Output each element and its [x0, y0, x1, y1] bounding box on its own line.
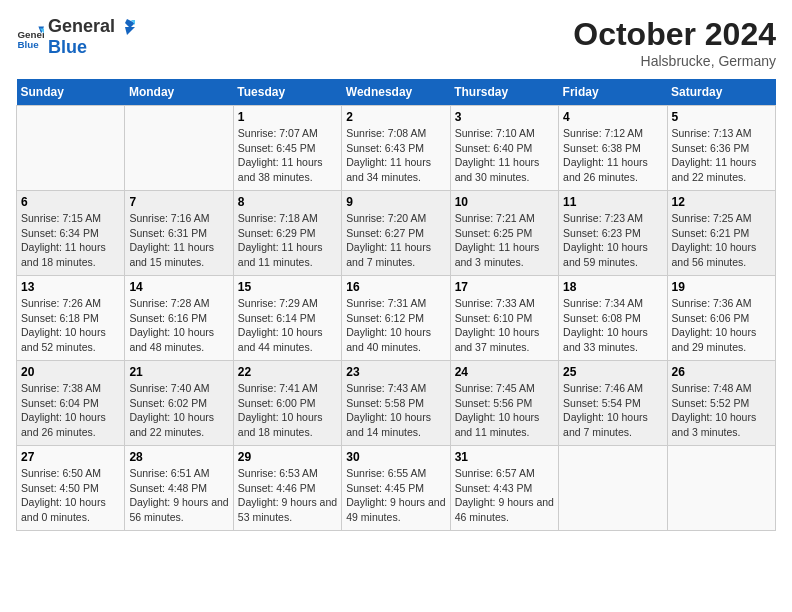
- day-detail: Sunrise: 7:33 AM Sunset: 6:10 PM Dayligh…: [455, 296, 554, 355]
- day-detail: Sunrise: 7:13 AM Sunset: 6:36 PM Dayligh…: [672, 126, 771, 185]
- day-number: 26: [672, 365, 771, 379]
- logo-blue-text: Blue: [48, 37, 87, 57]
- day-detail: Sunrise: 6:50 AM Sunset: 4:50 PM Dayligh…: [21, 466, 120, 525]
- day-number: 8: [238, 195, 337, 209]
- calendar-cell: 5Sunrise: 7:13 AM Sunset: 6:36 PM Daylig…: [667, 106, 775, 191]
- day-number: 4: [563, 110, 662, 124]
- day-number: 9: [346, 195, 445, 209]
- header-cell-monday: Monday: [125, 79, 233, 106]
- day-detail: Sunrise: 7:34 AM Sunset: 6:08 PM Dayligh…: [563, 296, 662, 355]
- day-number: 6: [21, 195, 120, 209]
- calendar-cell: 30Sunrise: 6:55 AM Sunset: 4:45 PM Dayli…: [342, 446, 450, 531]
- day-number: 16: [346, 280, 445, 294]
- calendar-cell: 29Sunrise: 6:53 AM Sunset: 4:46 PM Dayli…: [233, 446, 341, 531]
- calendar-week-row: 27Sunrise: 6:50 AM Sunset: 4:50 PM Dayli…: [17, 446, 776, 531]
- day-detail: Sunrise: 7:45 AM Sunset: 5:56 PM Dayligh…: [455, 381, 554, 440]
- calendar-cell: 11Sunrise: 7:23 AM Sunset: 6:23 PM Dayli…: [559, 191, 667, 276]
- day-number: 14: [129, 280, 228, 294]
- day-number: 25: [563, 365, 662, 379]
- day-detail: Sunrise: 7:12 AM Sunset: 6:38 PM Dayligh…: [563, 126, 662, 185]
- day-number: 10: [455, 195, 554, 209]
- header-cell-thursday: Thursday: [450, 79, 558, 106]
- day-number: 31: [455, 450, 554, 464]
- calendar-cell: 25Sunrise: 7:46 AM Sunset: 5:54 PM Dayli…: [559, 361, 667, 446]
- calendar-cell: 19Sunrise: 7:36 AM Sunset: 6:06 PM Dayli…: [667, 276, 775, 361]
- calendar-header-row: SundayMondayTuesdayWednesdayThursdayFrid…: [17, 79, 776, 106]
- day-detail: Sunrise: 7:20 AM Sunset: 6:27 PM Dayligh…: [346, 211, 445, 270]
- calendar-cell: 15Sunrise: 7:29 AM Sunset: 6:14 PM Dayli…: [233, 276, 341, 361]
- day-detail: Sunrise: 7:40 AM Sunset: 6:02 PM Dayligh…: [129, 381, 228, 440]
- calendar-cell: [125, 106, 233, 191]
- calendar-cell: 2Sunrise: 7:08 AM Sunset: 6:43 PM Daylig…: [342, 106, 450, 191]
- logo: General Blue General Blue: [16, 16, 137, 58]
- calendar-cell: 17Sunrise: 7:33 AM Sunset: 6:10 PM Dayli…: [450, 276, 558, 361]
- day-number: 1: [238, 110, 337, 124]
- day-number: 2: [346, 110, 445, 124]
- title-area: October 2024 Halsbrucke, Germany: [573, 16, 776, 69]
- day-detail: Sunrise: 7:26 AM Sunset: 6:18 PM Dayligh…: [21, 296, 120, 355]
- day-number: 29: [238, 450, 337, 464]
- calendar-cell: 23Sunrise: 7:43 AM Sunset: 5:58 PM Dayli…: [342, 361, 450, 446]
- day-number: 7: [129, 195, 228, 209]
- day-number: 17: [455, 280, 554, 294]
- day-number: 19: [672, 280, 771, 294]
- header-cell-wednesday: Wednesday: [342, 79, 450, 106]
- header-cell-friday: Friday: [559, 79, 667, 106]
- calendar-cell: 8Sunrise: 7:18 AM Sunset: 6:29 PM Daylig…: [233, 191, 341, 276]
- header-cell-saturday: Saturday: [667, 79, 775, 106]
- day-detail: Sunrise: 7:28 AM Sunset: 6:16 PM Dayligh…: [129, 296, 228, 355]
- logo-general-text: General: [48, 16, 115, 37]
- day-number: 30: [346, 450, 445, 464]
- day-detail: Sunrise: 7:18 AM Sunset: 6:29 PM Dayligh…: [238, 211, 337, 270]
- calendar-week-row: 20Sunrise: 7:38 AM Sunset: 6:04 PM Dayli…: [17, 361, 776, 446]
- calendar-cell: 18Sunrise: 7:34 AM Sunset: 6:08 PM Dayli…: [559, 276, 667, 361]
- calendar-cell: 24Sunrise: 7:45 AM Sunset: 5:56 PM Dayli…: [450, 361, 558, 446]
- day-number: 12: [672, 195, 771, 209]
- logo-bird-icon: [117, 17, 137, 37]
- day-number: 21: [129, 365, 228, 379]
- day-detail: Sunrise: 7:07 AM Sunset: 6:45 PM Dayligh…: [238, 126, 337, 185]
- day-detail: Sunrise: 7:36 AM Sunset: 6:06 PM Dayligh…: [672, 296, 771, 355]
- day-detail: Sunrise: 7:25 AM Sunset: 6:21 PM Dayligh…: [672, 211, 771, 270]
- day-detail: Sunrise: 7:15 AM Sunset: 6:34 PM Dayligh…: [21, 211, 120, 270]
- day-number: 15: [238, 280, 337, 294]
- day-detail: Sunrise: 7:16 AM Sunset: 6:31 PM Dayligh…: [129, 211, 228, 270]
- calendar-cell: 10Sunrise: 7:21 AM Sunset: 6:25 PM Dayli…: [450, 191, 558, 276]
- day-detail: Sunrise: 6:51 AM Sunset: 4:48 PM Dayligh…: [129, 466, 228, 525]
- calendar-cell: 6Sunrise: 7:15 AM Sunset: 6:34 PM Daylig…: [17, 191, 125, 276]
- calendar-cell: 13Sunrise: 7:26 AM Sunset: 6:18 PM Dayli…: [17, 276, 125, 361]
- day-detail: Sunrise: 6:57 AM Sunset: 4:43 PM Dayligh…: [455, 466, 554, 525]
- day-detail: Sunrise: 7:43 AM Sunset: 5:58 PM Dayligh…: [346, 381, 445, 440]
- calendar-cell: 27Sunrise: 6:50 AM Sunset: 4:50 PM Dayli…: [17, 446, 125, 531]
- calendar-cell: 21Sunrise: 7:40 AM Sunset: 6:02 PM Dayli…: [125, 361, 233, 446]
- calendar-cell: 20Sunrise: 7:38 AM Sunset: 6:04 PM Dayli…: [17, 361, 125, 446]
- calendar-cell: [667, 446, 775, 531]
- day-detail: Sunrise: 7:23 AM Sunset: 6:23 PM Dayligh…: [563, 211, 662, 270]
- calendar-cell: 26Sunrise: 7:48 AM Sunset: 5:52 PM Dayli…: [667, 361, 775, 446]
- header-cell-tuesday: Tuesday: [233, 79, 341, 106]
- day-detail: Sunrise: 7:10 AM Sunset: 6:40 PM Dayligh…: [455, 126, 554, 185]
- day-detail: Sunrise: 6:55 AM Sunset: 4:45 PM Dayligh…: [346, 466, 445, 525]
- calendar-cell: 12Sunrise: 7:25 AM Sunset: 6:21 PM Dayli…: [667, 191, 775, 276]
- day-detail: Sunrise: 7:08 AM Sunset: 6:43 PM Dayligh…: [346, 126, 445, 185]
- calendar-body: 1Sunrise: 7:07 AM Sunset: 6:45 PM Daylig…: [17, 106, 776, 531]
- day-detail: Sunrise: 7:41 AM Sunset: 6:00 PM Dayligh…: [238, 381, 337, 440]
- day-detail: Sunrise: 7:21 AM Sunset: 6:25 PM Dayligh…: [455, 211, 554, 270]
- subtitle: Halsbrucke, Germany: [573, 53, 776, 69]
- calendar-cell: 9Sunrise: 7:20 AM Sunset: 6:27 PM Daylig…: [342, 191, 450, 276]
- calendar-cell: 31Sunrise: 6:57 AM Sunset: 4:43 PM Dayli…: [450, 446, 558, 531]
- day-number: 20: [21, 365, 120, 379]
- day-detail: Sunrise: 6:53 AM Sunset: 4:46 PM Dayligh…: [238, 466, 337, 525]
- day-number: 28: [129, 450, 228, 464]
- day-detail: Sunrise: 7:46 AM Sunset: 5:54 PM Dayligh…: [563, 381, 662, 440]
- calendar-cell: 7Sunrise: 7:16 AM Sunset: 6:31 PM Daylig…: [125, 191, 233, 276]
- calendar-cell: 14Sunrise: 7:28 AM Sunset: 6:16 PM Dayli…: [125, 276, 233, 361]
- day-detail: Sunrise: 7:31 AM Sunset: 6:12 PM Dayligh…: [346, 296, 445, 355]
- day-number: 24: [455, 365, 554, 379]
- logo-icon: General Blue: [16, 23, 44, 51]
- day-number: 27: [21, 450, 120, 464]
- day-number: 18: [563, 280, 662, 294]
- day-detail: Sunrise: 7:48 AM Sunset: 5:52 PM Dayligh…: [672, 381, 771, 440]
- day-number: 11: [563, 195, 662, 209]
- calendar-cell: 1Sunrise: 7:07 AM Sunset: 6:45 PM Daylig…: [233, 106, 341, 191]
